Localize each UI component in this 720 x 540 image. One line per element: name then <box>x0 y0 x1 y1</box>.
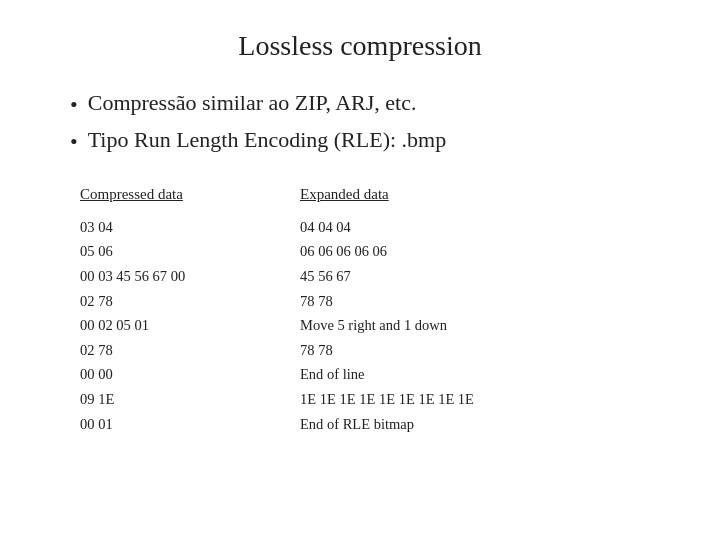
bullet-item-2: • Tipo Run Length Encoding (RLE): .bmp <box>70 127 660 158</box>
table-row: 09 1E <box>80 387 300 412</box>
table-row: End of RLE bitmap <box>300 412 520 437</box>
bullet-text-1: Compressão similar ao ZIP, ARJ, etc. <box>88 90 417 116</box>
table-row: 78 78 <box>300 289 520 314</box>
data-table: Compressed data 03 0405 0600 03 45 56 67… <box>80 186 660 437</box>
table-row: 00 03 45 56 67 00 <box>80 264 300 289</box>
table-row: 02 78 <box>80 289 300 314</box>
table-row: 45 56 67 <box>300 264 520 289</box>
table-row: 02 78 <box>80 338 300 363</box>
compressed-col: Compressed data 03 0405 0600 03 45 56 67… <box>80 186 300 437</box>
expanded-data: 04 04 0406 06 06 06 0645 56 6778 78Move … <box>300 215 520 437</box>
table-row: 05 06 <box>80 239 300 264</box>
compressed-header: Compressed data <box>80 186 300 203</box>
table-row: End of line <box>300 362 520 387</box>
expanded-header: Expanded data <box>300 186 520 203</box>
table-row: 00 00 <box>80 362 300 387</box>
expanded-col: Expanded data 04 04 0406 06 06 06 0645 5… <box>300 186 520 437</box>
bullet-text-2: Tipo Run Length Encoding (RLE): .bmp <box>88 127 447 153</box>
table-row: 00 02 05 01 <box>80 313 300 338</box>
bullet-item-1: • Compressão similar ao ZIP, ARJ, etc. <box>70 90 660 121</box>
page: Lossless compression • Compressão simila… <box>0 0 720 540</box>
table-row: 1E 1E 1E 1E 1E 1E 1E 1E 1E <box>300 387 520 412</box>
table-row: 06 06 06 06 06 <box>300 239 520 264</box>
compressed-data: 03 0405 0600 03 45 56 67 0002 7800 02 05… <box>80 215 300 437</box>
table-row: Move 5 right and 1 down <box>300 313 520 338</box>
bullet-dot-1: • <box>70 90 78 121</box>
table-row: 00 01 <box>80 412 300 437</box>
table-row: 04 04 04 <box>300 215 520 240</box>
bullet-list: • Compressão similar ao ZIP, ARJ, etc. •… <box>60 90 660 164</box>
table-row: 78 78 <box>300 338 520 363</box>
page-title: Lossless compression <box>60 30 660 62</box>
bullet-dot-2: • <box>70 127 78 158</box>
table-row: 03 04 <box>80 215 300 240</box>
